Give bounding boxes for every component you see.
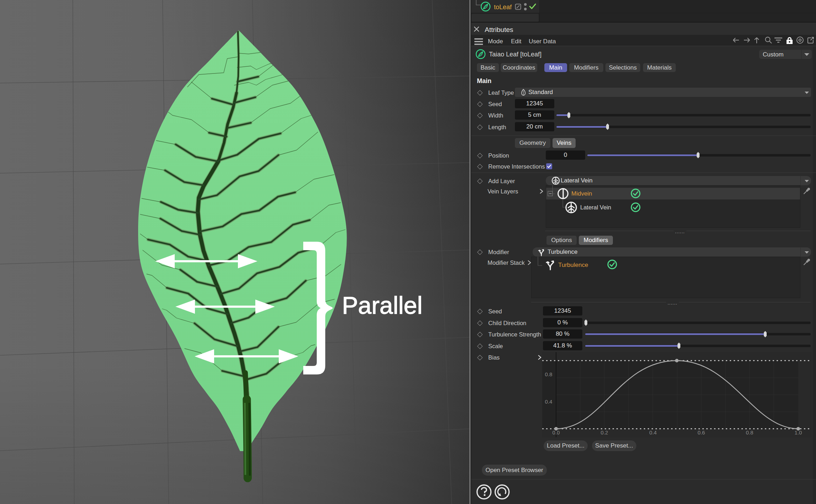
svg-text:0.0: 0.0 [553, 429, 560, 435]
svg-text:Parallel: Parallel [342, 292, 423, 319]
svg-text:0.2: 0.2 [601, 429, 608, 435]
svg-text:0.6: 0.6 [698, 429, 705, 435]
svg-text:0.8: 0.8 [746, 429, 754, 435]
svg-text:0.4: 0.4 [649, 429, 657, 435]
svg-text:0.8: 0.8 [545, 371, 553, 377]
svg-text:0.4: 0.4 [545, 399, 553, 405]
svg-text:1.0: 1.0 [795, 429, 802, 435]
